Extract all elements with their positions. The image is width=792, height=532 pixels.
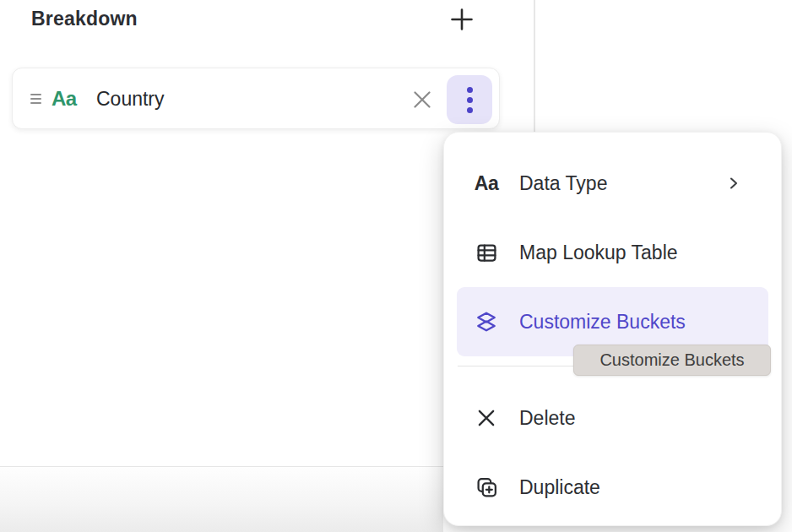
menu-item-duplicate[interactable]: Duplicate — [457, 453, 768, 522]
data-type-aa-icon: Aa — [475, 172, 498, 195]
breakdown-card: Aa Country — [12, 68, 500, 129]
tooltip-text: Customize Buckets — [599, 350, 744, 370]
remove-breakdown-button[interactable] — [407, 84, 437, 115]
menu-item-data-type[interactable]: Aa Data Type — [457, 149, 768, 218]
menu-item-map-lookup-table[interactable]: Map Lookup Table — [457, 218, 768, 287]
delete-x-icon — [475, 407, 498, 429]
add-breakdown-button[interactable] — [446, 3, 478, 35]
plus-icon — [449, 7, 475, 32]
breakdown-field-label[interactable]: Country — [96, 87, 165, 110]
string-type-badge: Aa — [52, 87, 77, 111]
breakdown-panel: Breakdown Aa Country Aa Data Type — [0, 0, 792, 532]
kebab-icon — [467, 87, 473, 113]
drag-handle-icon[interactable] — [29, 90, 43, 107]
menu-item-delete[interactable]: Delete — [457, 383, 768, 453]
page-title: Breakdown — [31, 8, 138, 30]
context-menu: Aa Data Type Map Lookup Table Customize … — [443, 132, 782, 526]
lookup-table-icon — [475, 242, 498, 264]
buckets-layers-icon — [475, 310, 498, 334]
panel-divider — [534, 0, 535, 133]
tooltip: Customize Buckets — [573, 345, 771, 376]
duplicate-icon — [475, 476, 498, 499]
lower-panel-surface — [0, 466, 443, 532]
more-options-button[interactable] — [447, 75, 492, 124]
chevron-right-icon — [727, 176, 740, 190]
close-icon — [410, 88, 434, 111]
